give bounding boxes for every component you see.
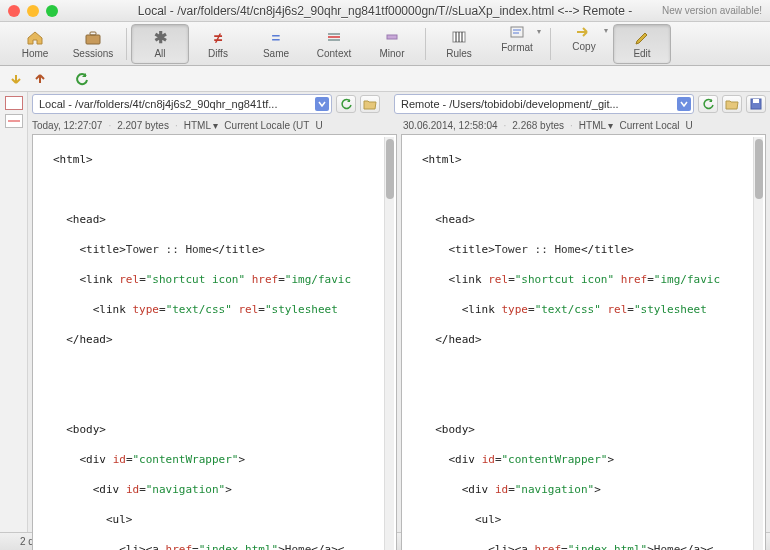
copy-label: Copy [572,41,595,52]
diffs-label: Diffs [208,48,228,59]
minor-icon [382,28,402,46]
toolbar-separator [425,28,426,60]
right-path-text: Remote - /Users/tobidobi/development/_gi… [401,98,619,110]
chevron-down-icon: ▾ [537,27,541,36]
all-filter-button[interactable]: ✱ All [131,24,189,64]
open-folder-icon[interactable] [360,95,380,113]
equal-icon: = [266,28,286,46]
left-code-editor[interactable]: <html> <head> <title>Tower :: Home</titl… [32,134,397,550]
left-timestamp: Today, 12:27:07 [32,120,102,131]
toolbar-separator [126,28,127,60]
not-equal-icon: ≠ [208,28,228,46]
toolbar-separator [550,28,551,60]
open-folder-icon[interactable] [722,95,742,113]
next-diff-down-icon[interactable] [8,71,24,87]
left-pane: <html> <head> <title>Tower :: Home</titl… [32,134,397,550]
left-type-dropdown[interactable]: HTML ▾ [184,120,219,131]
diffs-filter-button[interactable]: ≠ Diffs [189,24,247,64]
right-encoding[interactable]: Current Local [619,120,679,131]
svg-rect-14 [753,99,759,103]
svg-rect-3 [328,36,340,38]
left-lineend: U [315,120,322,131]
refresh-icon[interactable] [698,95,718,113]
chevron-down-icon[interactable] [677,97,691,111]
minor-filter-button[interactable]: Minor [363,24,421,64]
left-path-text: Local - /var/folders/4t/cn8j4j6s2_90qhr_… [39,98,277,110]
toolbar: Home Sessions ✱ All ≠ Diffs = Same Conte… [0,22,770,66]
chevron-down-icon[interactable] [315,97,329,111]
update-hint[interactable]: New version available! [662,5,762,16]
save-icon[interactable] [746,95,766,113]
left-encoding[interactable]: Current Locale (UT [224,120,309,131]
zoom-traffic-light[interactable] [46,5,58,17]
right-type-dropdown[interactable]: HTML ▾ [579,120,614,131]
right-pane: <html> <head> <title>Tower :: Home</titl… [401,134,766,550]
home-label: Home [22,48,49,59]
format-icon [507,24,527,40]
refresh-icon[interactable] [336,95,356,113]
same-label: Same [263,48,289,59]
title-bar: Local - /var/folders/4t/cn8j4j6s2_90qhr_… [0,0,770,22]
svg-rect-10 [511,27,523,37]
close-traffic-light[interactable] [8,5,20,17]
path-row: Local - /var/folders/4t/cn8j4j6s2_90qhr_… [28,92,770,116]
all-label: All [154,48,165,59]
format-button[interactable]: Format ▾ [488,24,546,64]
rules-label: Rules [446,48,472,59]
prev-diff-up-icon[interactable] [32,71,48,87]
right-path-field[interactable]: Remote - /Users/tobidobi/development/_gi… [394,94,694,114]
main-area: Local - /var/folders/4t/cn8j4j6s2_90qhr_… [0,92,770,532]
minor-label: Minor [379,48,404,59]
asterisk-icon: ✱ [150,28,170,46]
right-info-bar: 30.06.2014, 12:58:04· 2.268 bytes· HTML … [399,116,770,134]
svg-rect-2 [328,33,340,35]
right-timestamp: 30.06.2014, 12:58:04 [403,120,498,131]
same-filter-button[interactable]: = Same [247,24,305,64]
edit-button[interactable]: Edit [613,24,671,64]
pencil-icon [632,28,652,46]
right-size: 2.268 bytes [512,120,564,131]
window-title: Local - /var/folders/4t/cn8j4j6s2_90qhr_… [138,4,632,18]
chevron-down-icon: ▾ [604,26,608,35]
edit-label: Edit [633,48,650,59]
home-icon [25,28,45,46]
sessions-label: Sessions [73,48,114,59]
svg-rect-4 [328,39,340,41]
format-label: Format [501,42,533,53]
left-path-field[interactable]: Local - /var/folders/4t/cn8j4j6s2_90qhr_… [32,94,332,114]
home-button[interactable]: Home [6,24,64,64]
context-icon [324,28,344,46]
right-lineend: U [685,120,692,131]
overview-thumb[interactable] [5,96,23,110]
minimize-traffic-light[interactable] [27,5,39,17]
briefcase-icon [83,28,103,46]
nav-row [0,66,770,92]
left-size: 2.207 bytes [117,120,169,131]
svg-rect-0 [86,35,100,44]
context-label: Context [317,48,351,59]
sessions-button[interactable]: Sessions [64,24,122,64]
copy-button[interactable]: Copy ▾ [555,24,613,64]
svg-rect-1 [90,32,96,35]
copy-arrow-icon [574,25,594,39]
left-info-bar: Today, 12:27:07· 2.207 bytes· HTML ▾ Cur… [28,116,399,134]
overview-thumb[interactable] [5,114,23,128]
overview-gutter[interactable] [0,92,28,532]
scrollbar[interactable] [384,137,394,550]
svg-rect-5 [387,35,397,39]
context-filter-button[interactable]: Context [305,24,363,64]
scrollbar[interactable] [753,137,763,550]
reload-icon[interactable] [74,71,90,87]
right-code-editor[interactable]: <html> <head> <title>Tower :: Home</titl… [401,134,766,550]
rules-button[interactable]: Rules [430,24,488,64]
referee-icon [449,28,469,46]
